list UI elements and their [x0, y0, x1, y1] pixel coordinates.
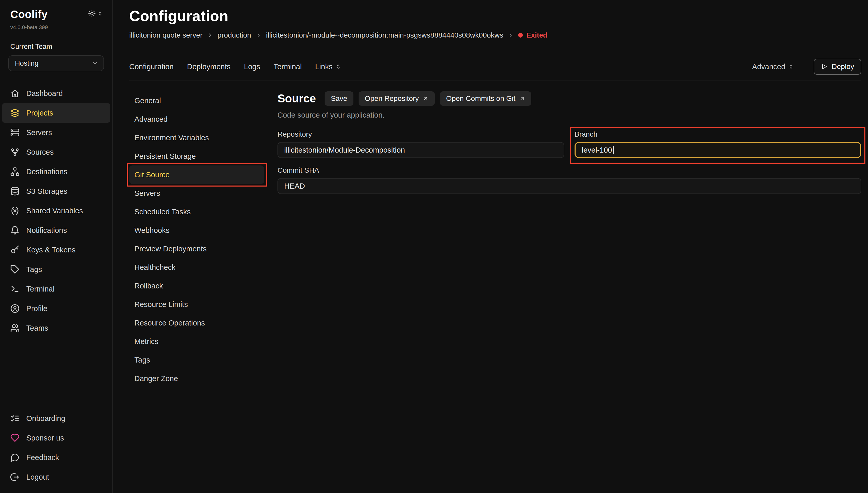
configuration-subnav: General Advanced Environment Variables P… — [129, 91, 264, 388]
breadcrumb-environment[interactable]: production — [217, 31, 251, 39]
sidebar-item-s3-storages[interactable]: S3 Storages — [2, 181, 110, 201]
subnav-item-resource-operations[interactable]: Resource Operations — [129, 314, 264, 332]
message-icon — [10, 453, 20, 462]
sidebar-item-sponsor-us[interactable]: Sponsor us — [2, 428, 110, 448]
commit-sha-input[interactable] — [277, 178, 861, 194]
sidebar-item-logout[interactable]: Logout — [2, 467, 110, 487]
version-label: v4.0.0-beta.399 — [10, 24, 48, 30]
sidebar-item-terminal[interactable]: Terminal — [2, 279, 110, 299]
sidebar-item-sources[interactable]: Sources — [2, 142, 110, 162]
sidebar-item-shared-variables[interactable]: Shared Variables — [2, 201, 110, 220]
sidebar-item-teams[interactable]: Teams — [2, 318, 110, 338]
tab-configuration[interactable]: Configuration — [129, 63, 174, 71]
subnav-item-general[interactable]: General — [129, 91, 264, 110]
sidebar: Coolify v4.0.0-beta.399 Current Team Hos… — [0, 0, 113, 493]
brand-logo: Coolify — [10, 8, 48, 21]
sidebar-item-notifications[interactable]: Notifications — [2, 220, 110, 240]
subnav-item-resource-limits[interactable]: Resource Limits — [129, 295, 264, 314]
open-repository-button[interactable]: Open Repository — [359, 91, 435, 106]
subnav-item-danger-zone[interactable]: Danger Zone — [129, 369, 264, 388]
users-icon — [10, 323, 20, 333]
sidebar-item-label: Keys & Tokens — [26, 246, 76, 254]
tab-logs[interactable]: Logs — [244, 63, 260, 71]
breadcrumb-application[interactable]: illicitestonion/-module--decomposition:m… — [266, 31, 503, 39]
subnav-item-servers[interactable]: Servers — [129, 184, 264, 202]
source-section-header: Source Save Open Repository Open Commits… — [277, 91, 861, 106]
team-selector-dropdown[interactable]: Hosting — [8, 55, 104, 71]
chevron-down-icon — [92, 60, 98, 67]
sidebar-item-label: Shared Variables — [26, 207, 83, 215]
sidebar-item-projects[interactable]: Projects — [2, 103, 110, 123]
user-circle-icon — [10, 304, 20, 313]
subnav-item-preview-deployments[interactable]: Preview Deployments — [129, 239, 264, 258]
status-dot-icon — [518, 33, 523, 38]
sidebar-item-label: Teams — [26, 324, 48, 333]
subnav-item-metrics[interactable]: Metrics — [129, 332, 264, 351]
deploy-button[interactable]: Deploy — [814, 59, 861, 74]
chevrons-up-down-icon — [788, 64, 794, 70]
sidebar-item-destinations[interactable]: Destinations — [2, 162, 110, 181]
text-caret — [613, 146, 614, 154]
tab-terminal[interactable]: Terminal — [274, 63, 302, 71]
source-description: Code source of your application. — [277, 111, 861, 120]
commit-sha-field: Commit SHA — [277, 166, 861, 194]
branch-value: level-100 — [582, 146, 612, 154]
tab-links[interactable]: Links — [315, 63, 341, 71]
sidebar-item-keys-tokens[interactable]: Keys & Tokens — [2, 240, 110, 260]
subnav-item-persistent-storage[interactable]: Persistent Storage — [129, 147, 264, 166]
subnav-item-rollback[interactable]: Rollback — [129, 277, 264, 295]
sidebar-item-feedback[interactable]: Feedback — [2, 448, 110, 467]
theme-selector[interactable] — [88, 10, 103, 18]
tab-bar: Configuration Deployments Logs Terminal … — [129, 59, 861, 74]
sidebar-item-profile[interactable]: Profile — [2, 299, 110, 318]
tab-deployments[interactable]: Deployments — [187, 63, 231, 71]
subnav-item-git-source[interactable]: Git Source — [129, 166, 264, 184]
play-icon — [821, 63, 828, 70]
breadcrumb: illicitonion quote server production ill… — [129, 31, 861, 39]
sidebar-item-label: Notifications — [26, 226, 67, 235]
branch-label: Branch — [575, 130, 861, 138]
sidebar-item-label: Onboarding — [26, 414, 65, 423]
subnav-item-scheduled-tasks[interactable]: Scheduled Tasks — [129, 202, 264, 221]
sidebar-item-servers[interactable]: Servers — [2, 123, 110, 142]
source-title: Source — [277, 92, 316, 105]
subnav-item-advanced[interactable]: Advanced — [129, 110, 264, 128]
chevron-right-icon — [256, 33, 261, 38]
subnav-item-environment-variables[interactable]: Environment Variables — [129, 128, 264, 147]
sidebar-item-onboarding[interactable]: Onboarding — [2, 409, 110, 428]
team-selector-value: Hosting — [15, 60, 39, 67]
breadcrumb-project[interactable]: illicitonion quote server — [129, 31, 203, 39]
sidebar-item-label: Feedback — [26, 453, 59, 462]
chevrons-up-down-icon — [97, 11, 103, 17]
commit-sha-label: Commit SHA — [277, 166, 861, 174]
open-repository-label: Open Repository — [365, 94, 419, 103]
subnav-item-healthcheck[interactable]: Healthcheck — [129, 258, 264, 277]
subnav-item-webhooks[interactable]: Webhooks — [129, 221, 264, 239]
sidebar-item-label: Projects — [26, 109, 53, 117]
variable-icon — [10, 206, 20, 215]
repository-input[interactable] — [277, 142, 564, 158]
source-section: Source Save Open Repository Open Commits… — [277, 91, 861, 194]
bell-icon — [10, 226, 20, 235]
sidebar-item-tags[interactable]: Tags — [2, 260, 110, 279]
sidebar-item-dashboard[interactable]: Dashboard — [2, 84, 110, 103]
sidebar-item-label: Sponsor us — [26, 434, 64, 442]
external-link-icon — [422, 95, 429, 102]
home-icon — [10, 89, 20, 98]
sun-icon — [88, 10, 96, 18]
brand-row: Coolify v4.0.0-beta.399 — [0, 8, 112, 30]
subnav-item-label: Git Source — [134, 171, 170, 179]
save-button[interactable]: Save — [324, 91, 354, 106]
sidebar-footer-nav: Onboarding Sponsor us Feedback Logout — [0, 409, 112, 487]
branch-field: Branch level-100 — [575, 130, 861, 158]
sidebar-item-label: Logout — [26, 473, 49, 481]
advanced-label: Advanced — [752, 63, 785, 71]
branch-input[interactable]: level-100 — [575, 142, 861, 158]
status-badge: Exited — [518, 31, 547, 39]
subnav-item-tags[interactable]: Tags — [129, 351, 264, 369]
open-commits-button[interactable]: Open Commits on Git — [440, 91, 531, 106]
network-icon — [10, 167, 20, 176]
advanced-toggle[interactable]: Advanced — [752, 63, 794, 71]
sidebar-item-label: Servers — [26, 128, 52, 137]
status-label: Exited — [526, 31, 547, 39]
